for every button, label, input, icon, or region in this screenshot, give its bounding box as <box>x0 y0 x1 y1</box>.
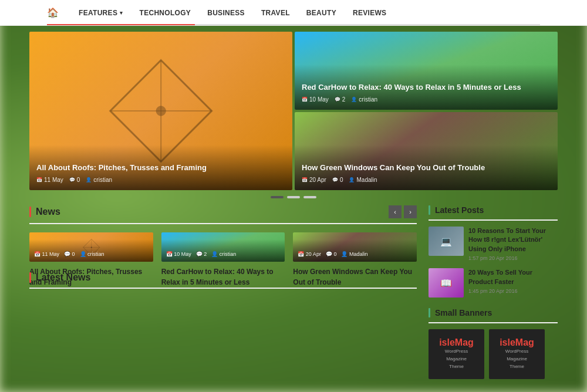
slide-3-caption: How Green Windows Can Keep You Out of Tr… <box>295 145 558 190</box>
slider-dot-1[interactable] <box>271 196 284 198</box>
section-bar-accent <box>29 207 31 217</box>
banner-2-logo: isleMag <box>495 337 539 348</box>
latest-post-2: 📖 20 Ways To Sell Your Product Faster 1:… <box>429 268 558 298</box>
slider-dot-2[interactable] <box>287 196 300 198</box>
sidebar: Latest Posts 💻 10 Reasons To Start Your … <box>429 205 558 390</box>
news-prev-button[interactable]: ‹ <box>389 205 402 218</box>
nav-features[interactable]: FEATURES ▾ <box>70 0 131 26</box>
hero-slide-1[interactable]: All About Roofs: Pitches, Trusses and Fr… <box>29 32 292 190</box>
slide-2-caption: Red CarHow to Relax: 40 Ways to Relax in… <box>295 65 558 110</box>
news-card-3-image: 📅 20 Apr 💬 0 👤 Madalin <box>293 232 417 262</box>
hero-slide-2[interactable]: Red CarHow to Relax: 40 Ways to Relax in… <box>295 32 558 110</box>
latest-posts-title: Latest Posts <box>435 205 484 215</box>
latest-news-bar <box>29 272 31 283</box>
small-banners-header: Small Banners <box>429 308 558 323</box>
news-card-2-meta: 📅 10 May 💬 2 👤 cristian <box>161 239 285 262</box>
slider-dots <box>29 196 558 198</box>
nav-links: FEATURES ▾ TECHNOLOGY BUSINESS TRAVEL BE… <box>70 0 394 26</box>
news-next-button[interactable]: › <box>404 205 417 218</box>
news-card-3-meta: 📅 20 Apr 💬 0 👤 Madalin <box>293 239 417 262</box>
news-nav-arrows: ‹ › <box>389 205 417 218</box>
latest-post-1: 💻 10 Reasons To Start Your How t8 r!gnt … <box>429 227 558 261</box>
navigation: 🏠 FEATURES ▾ TECHNOLOGY BUSINESS TRAVEL … <box>0 0 587 26</box>
slide-1-meta: 11 May 0 cristian <box>36 177 285 183</box>
slide-3-meta: 20 Apr 0 Madalin <box>302 177 551 183</box>
news-grid: 📅 11 May 💬 0 👤 cristian All About Roofs:… <box>29 232 417 262</box>
news-card-1-meta: 📅 11 May 💬 0 👤 cristian <box>29 239 153 262</box>
main-content: All About Roofs: Pitches, Trusses and Fr… <box>23 32 564 390</box>
latest-news-title: Latest News <box>36 272 90 283</box>
svg-point-7 <box>156 106 166 116</box>
latest-posts-header: Latest Posts <box>429 205 558 221</box>
svg-line-4 <box>161 60 211 111</box>
nav-travel[interactable]: TRAVEL <box>253 0 298 26</box>
latest-posts-bar <box>429 205 430 215</box>
banners-grid: isleMag WordPressMagazineTheme isleMag W… <box>429 329 558 379</box>
home-nav-icon[interactable]: 🏠 <box>47 7 59 18</box>
nav-reviews[interactable]: REVIEWS <box>345 0 394 26</box>
hero-slider: All About Roofs: Pitches, Trusses and Fr… <box>29 32 558 190</box>
news-card-2-image: 📅 10 May 💬 2 👤 cristian <box>161 232 285 262</box>
svg-line-3 <box>110 60 161 111</box>
latest-post-1-title[interactable]: 10 Reasons To Start Your How t8 r!gnt Le… <box>468 227 558 254</box>
slide-2-title: Red CarHow to Relax: 40 Ways to Relax in… <box>302 82 551 93</box>
hero-slide-3[interactable]: How Green Windows Can Keep You Out of Tr… <box>295 112 558 190</box>
latest-post-1-time: 1:57 pm 20 Apr 2016 <box>468 255 558 261</box>
latest-post-2-time: 1:45 pm 20 Apr 2016 <box>468 288 558 294</box>
latest-post-2-content: 20 Ways To Sell Your Product Faster 1:45… <box>468 268 558 294</box>
slide-3-title: How Green Windows Can Keep You Out of Tr… <box>302 163 551 173</box>
news-section-title: News <box>36 207 60 217</box>
news-card-2: 📅 10 May 💬 2 👤 cristian Red CarHow to Re… <box>161 232 285 262</box>
banner-2[interactable]: isleMag WordPressMagazineTheme <box>489 329 545 379</box>
latest-post-2-image: 📖 <box>429 268 464 298</box>
nav-beauty[interactable]: BEAUTY <box>298 0 345 26</box>
hero-right-slides: Red CarHow to Relax: 40 Ways to Relax in… <box>295 32 558 190</box>
news-card-2-title[interactable]: Red CarHow to Relax: 40 Ways to Relax in… <box>161 266 285 288</box>
main-column: News ‹ › <box>29 205 417 390</box>
news-card-3-title[interactable]: How Green Windows Can Keep You Out of Tr… <box>293 266 417 288</box>
small-banners-section: Small Banners isleMag WordPressMagazineT… <box>429 308 558 379</box>
slide-1-title: All About Roofs: Pitches, Trusses and Fr… <box>36 163 285 173</box>
slider-dot-3[interactable] <box>303 196 316 198</box>
two-column-layout: News ‹ › <box>29 205 558 390</box>
banner-1-logo: isleMag <box>434 337 478 348</box>
slide-1-caption: All About Roofs: Pitches, Trusses and Fr… <box>29 145 292 190</box>
nav-business[interactable]: BUSINESS <box>199 0 253 26</box>
latest-post-1-content: 10 Reasons To Start Your How t8 r!gnt Le… <box>468 227 558 261</box>
news-section-header: News ‹ › <box>29 205 417 224</box>
banner-1[interactable]: isleMag WordPressMagazineTheme <box>429 329 484 379</box>
latest-post-1-image: 💻 <box>429 227 464 256</box>
news-card-3: 📅 20 Apr 💬 0 👤 Madalin How Green Windows… <box>293 232 417 262</box>
latest-post-2-title[interactable]: 20 Ways To Sell Your Product Faster <box>468 268 558 286</box>
banner-2-sub: WordPressMagazineTheme <box>495 348 539 370</box>
nav-technology[interactable]: TECHNOLOGY <box>131 0 200 26</box>
news-card-1: 📅 11 May 💬 0 👤 cristian All About Roofs:… <box>29 232 153 262</box>
banner-1-sub: WordPressMagazineTheme <box>434 348 478 370</box>
news-card-1-image: 📅 11 May 💬 0 👤 cristian <box>29 232 153 262</box>
slide-2-meta: 10 May 2 cristian <box>302 96 551 103</box>
latest-posts-section: Latest Posts 💻 10 Reasons To Start Your … <box>429 205 558 298</box>
small-banners-bar <box>429 308 430 317</box>
small-banners-title: Small Banners <box>435 308 492 317</box>
